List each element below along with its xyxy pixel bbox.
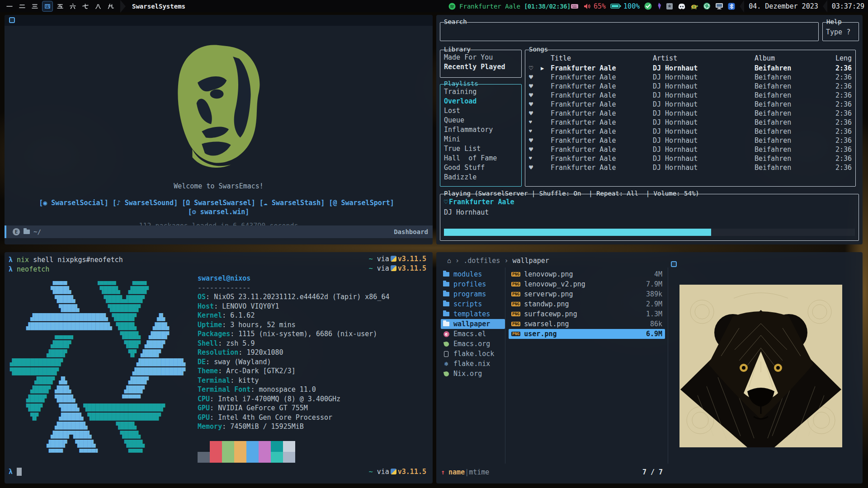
favorite-heart-icon[interactable]: ♥	[529, 163, 541, 172]
file-row[interactable]: PNG lenovowp.png 4M	[509, 269, 665, 279]
song-row[interactable]: ♥ Frankfurter Aale DJ Hornhaut Beifahren…	[529, 163, 852, 172]
song-row[interactable]: ♥ Frankfurter Aale DJ Hornhaut Beifahren…	[529, 109, 852, 118]
swarsel-win-link[interactable]: [⚙ swarsel.win]	[188, 208, 249, 216]
playlist-item[interactable]: Lost	[444, 106, 519, 116]
song-row[interactable]: ♥ Frankfurter Aale DJ Hornhaut Beifahren…	[529, 154, 852, 163]
prompt-line-current[interactable]: λ	[9, 468, 22, 476]
favorite-heart-icon[interactable]: ♥	[529, 100, 541, 109]
file-row[interactable]: PNG serverwp.png 389k	[509, 289, 665, 299]
archive-icon[interactable]	[666, 3, 673, 10]
file-row[interactable]: PNG standwp.png 2.9M	[509, 299, 665, 309]
song-row[interactable]: ♥ Frankfurter Aale DJ Hornhaut Beifahren…	[529, 82, 852, 91]
shard-icon[interactable]	[656, 3, 661, 10]
breadcrumb[interactable]: ⌂ › .dotfiles › wallpaper	[447, 257, 549, 265]
playlist-item[interactable]: Badizzle	[444, 173, 519, 182]
dashboard-button[interactable]: [@ SwarselSport]	[329, 199, 398, 207]
dashboard-button[interactable]: [♪ SwarselSound]	[113, 199, 182, 207]
favorite-heart-icon[interactable]: ♥	[529, 145, 541, 154]
sidebar-entry[interactable]: templates	[441, 309, 505, 319]
turtle-icon[interactable]	[690, 3, 698, 9]
playlist-item[interactable]: Inflammatory	[444, 125, 519, 135]
sidebar-entry[interactable]: flake.lock	[441, 349, 505, 359]
workspace-七[interactable]	[80, 1, 90, 11]
workspace-三[interactable]	[30, 1, 40, 11]
workspaces[interactable]	[0, 1, 120, 11]
favorite-heart-icon[interactable]: ♥	[529, 154, 541, 163]
playlist-item[interactable]: True List	[444, 144, 519, 154]
song-row[interactable]: ♥ Frankfurter Aale DJ Hornhaut Beifahren…	[529, 136, 852, 145]
keyboard-icon[interactable]	[571, 4, 579, 9]
favorite-heart-icon[interactable]: ♥	[529, 73, 541, 82]
library-item[interactable]: Made For You	[444, 53, 519, 62]
playlist-item[interactable]: Overload	[444, 97, 519, 106]
emacs-tab-icon[interactable]	[9, 17, 15, 23]
song-row[interactable]: ♥ Frankfurter Aale DJ Hornhaut Beifahren…	[529, 73, 852, 82]
bluetooth-icon[interactable]	[728, 3, 735, 10]
volume-module[interactable]: 65%	[583, 2, 606, 10]
song-length: 2:36	[828, 73, 852, 82]
song-row[interactable]: ♥ Frankfurter Aale DJ Hornhaut Beifahren…	[529, 127, 852, 136]
favorite-heart-icon[interactable]: ♥	[529, 127, 541, 136]
sort-direction-icon[interactable]: ↑	[441, 468, 445, 476]
home-icon[interactable]: ⌂	[447, 257, 451, 265]
battery-module[interactable]: 100%	[610, 2, 640, 10]
playlists-list: TrainingOverloadLostQueueInflammatoryMin…	[444, 87, 519, 182]
song-row[interactable]: ♥ Frankfurter Aale DJ Hornhaut Beifahren…	[529, 100, 852, 109]
playlist-item[interactable]: Good Stuff	[444, 163, 519, 173]
playing-heart-icon[interactable]: ♡	[444, 198, 448, 206]
workspace-四[interactable]	[42, 1, 52, 11]
favorite-heart-icon[interactable]: ♥	[529, 118, 541, 127]
song-row[interactable]: ♥ Frankfurter Aale DJ Hornhaut Beifahren…	[529, 118, 852, 127]
favorite-heart-icon[interactable]: ♥	[529, 82, 541, 91]
music-module[interactable]: Frankfurter Aale [01:38/02:36]	[448, 3, 571, 10]
sidebar-entry[interactable]: ❄ flake.nix	[441, 359, 505, 369]
workspace-九[interactable]	[106, 1, 116, 11]
sort-field[interactable]: name	[448, 468, 465, 476]
sidebar-entry[interactable]: modules	[441, 269, 505, 279]
file-row[interactable]: PNG user.png 6.9M	[509, 329, 665, 339]
discord-icon[interactable]	[678, 3, 686, 9]
library-item[interactable]: Recently Played	[444, 62, 519, 72]
display-icon[interactable]	[715, 3, 723, 9]
sidebar-entry[interactable]: e Emacs.el	[441, 329, 505, 339]
workspace-二[interactable]	[17, 1, 27, 11]
playlist-item[interactable]: Queue	[444, 116, 519, 125]
playlist-item[interactable]: Hall of Fame	[444, 154, 519, 163]
dashboard-button[interactable]: [◉ SwarselSocial]	[39, 199, 113, 207]
search-box[interactable]: Search	[440, 22, 819, 41]
workspace-一[interactable]	[5, 1, 14, 11]
sidebar-entry[interactable]: profiles	[441, 279, 505, 289]
workspace-八[interactable]	[93, 1, 103, 11]
breadcrumb-dotfiles[interactable]: .dotfiles	[463, 257, 500, 265]
file-row[interactable]: PNG swarsel.png 86k	[509, 319, 665, 329]
file-row[interactable]: PNG surfacewp.png 1.3M	[509, 309, 665, 319]
song-row[interactable]: ♥ Frankfurter Aale DJ Hornhaut Beifahren…	[529, 91, 852, 100]
sort-alt-field[interactable]: mtime	[469, 468, 489, 476]
song-row[interactable]: ♥ Frankfurter Aale DJ Hornhaut Beifahren…	[529, 145, 852, 154]
file-row[interactable]: PNG lenovowp_v2.png 7.9M	[509, 279, 665, 289]
favorite-heart-icon[interactable]: ♡	[529, 64, 541, 73]
sidebar-entry[interactable]: Nix.org	[441, 369, 505, 379]
sidebar-entry[interactable]: Emacs.org	[441, 339, 505, 349]
song-row[interactable]: ♡ ▶ Frankfurter Aale DJ Hornhaut Beifahr…	[529, 64, 852, 73]
workspace-六[interactable]	[68, 1, 78, 11]
file-name: surfacewp.png	[524, 310, 577, 318]
breadcrumb-wallpaper[interactable]: wallpaper	[513, 257, 549, 265]
dashboard-button[interactable]: [☁ SwarselStash]	[259, 199, 329, 207]
favorite-heart-icon[interactable]: ♥	[529, 91, 541, 100]
dashboard-button[interactable]: [Ω SwarselSwarsel]	[182, 199, 259, 207]
progress-bar[interactable]	[444, 229, 855, 236]
workspace-五[interactable]	[55, 1, 65, 11]
sidebar-entry[interactable]: wallpaper	[441, 319, 505, 329]
nixos-ascii-logo: ▗▄▄▄ ▗▄▄▄▄ ▄▄▄▖ ▜███▙ ▜███▙ ▟███▛ ▜███▙ …	[10, 277, 185, 457]
favorite-heart-icon[interactable]: ♥	[529, 136, 541, 145]
help-label: Help	[826, 18, 843, 25]
song-artist: DJ Hornhaut	[653, 145, 755, 154]
favorite-heart-icon[interactable]: ♥	[529, 109, 541, 118]
playlist-item[interactable]: Training	[444, 87, 519, 97]
syncthing-icon[interactable]	[703, 2, 711, 10]
playlist-item[interactable]: Mini	[444, 135, 519, 144]
sidebar-entry[interactable]: programs	[441, 289, 505, 299]
check-icon[interactable]	[644, 2, 652, 10]
sidebar-entry[interactable]: scripts	[441, 299, 505, 309]
